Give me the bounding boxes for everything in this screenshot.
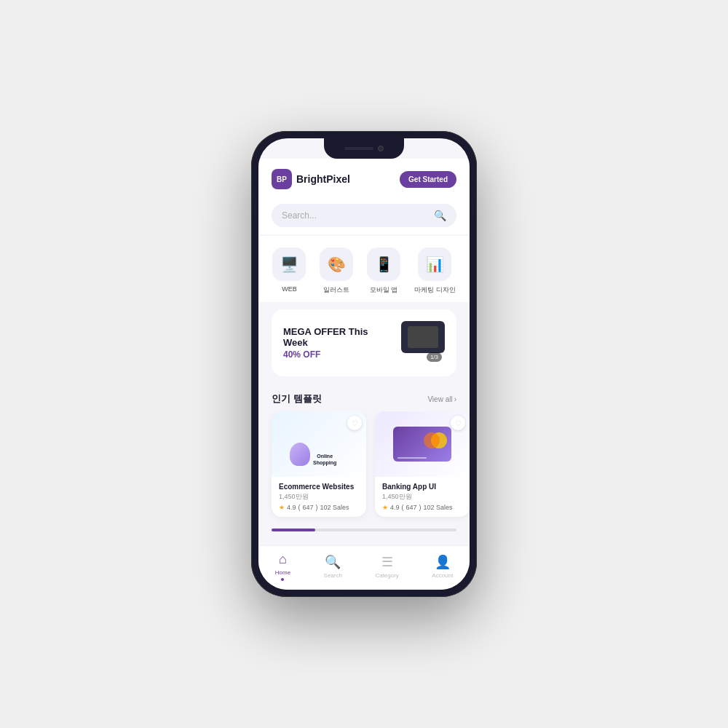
banner-image: 1/3 [389, 321, 445, 365]
banner-img-inner [408, 326, 438, 348]
card-info-banking: Banking App UI 1,450만원 ★ 4.9 (647) 102 S… [375, 477, 470, 517]
category-nav-icon: ☰ [381, 554, 393, 570]
logo-area: BP BrightPixel [272, 169, 350, 189]
scroll-indicator [272, 529, 456, 531]
category-mkt-icon: 📊 [418, 248, 451, 281]
star-icon: ★ [279, 504, 285, 511]
phone-notch [324, 138, 404, 159]
nav-category-label: Category [375, 572, 398, 579]
nav-account-label: Account [432, 572, 453, 579]
card-title-ecommerce: Ecommerce Websites [279, 483, 359, 491]
product-card-ecommerce[interactable]: OnlineShopping ♡ Ecommerce Websites 1,45… [272, 411, 366, 517]
popular-section-header: 인기 템플릿 View all › [258, 384, 470, 411]
banner-img-rect [401, 321, 445, 353]
search-bar[interactable]: Search... 🔍 [272, 204, 456, 227]
phone-frame: BP BrightPixel Get Started Search... 🔍 🖥… [251, 131, 477, 597]
view-all-button[interactable]: View all › [427, 395, 456, 403]
nav-active-dot [281, 578, 284, 581]
app-header: BP BrightPixel Get Started [258, 159, 470, 197]
card-heart-banking[interactable]: ♡ [451, 416, 465, 430]
product-card-banking[interactable]: ♡ Banking App UI 1,450만원 ★ 4.9 (647) 102… [375, 411, 470, 517]
nav-category[interactable]: ☰ Category [375, 554, 398, 579]
search-nav-icon: 🔍 [325, 554, 341, 570]
category-web-icon: 🖥️ [272, 248, 306, 281]
phone-screen: BP BrightPixel Get Started Search... 🔍 🖥… [258, 138, 470, 590]
category-mkt-label: 마케팅 디자인 [414, 285, 456, 295]
scroll-thumb [272, 529, 315, 531]
card-heart-ecommerce[interactable]: ♡ [347, 416, 362, 430]
category-marketing[interactable]: 📊 마케팅 디자인 [414, 248, 456, 295]
nav-search[interactable]: 🔍 Search [324, 554, 342, 579]
category-mobile-icon: 📱 [367, 248, 400, 281]
account-nav-icon: 👤 [435, 554, 451, 570]
category-illustration[interactable]: 🎨 일러스트 [320, 248, 353, 295]
logo-icon: BP [272, 169, 292, 189]
banner-text: MEGA OFFER This Week 40% OFF [283, 326, 389, 360]
card-price-ecommerce: 1,450만원 [279, 492, 359, 502]
home-icon: ⌂ [279, 552, 287, 567]
nav-home[interactable]: ⌂ Home [275, 552, 290, 581]
category-web[interactable]: 🖥️ WEB [272, 248, 306, 295]
search-icon: 🔍 [434, 210, 446, 221]
card-info-ecommerce: Ecommerce Websites 1,450만원 ★ 4.9 (647) 1… [272, 477, 366, 517]
get-started-button[interactable]: Get Started [400, 171, 456, 188]
banner-title: MEGA OFFER This Week [283, 326, 389, 348]
banner-counter: 1/3 [427, 352, 442, 362]
notch-speaker [344, 147, 373, 150]
nav-search-label: Search [324, 572, 342, 579]
nav-account[interactable]: 👤 Account [432, 554, 453, 579]
promo-banner[interactable]: MEGA OFFER This Week 40% OFF 1/3 [272, 309, 456, 376]
search-container: Search... 🔍 [258, 197, 470, 234]
category-mobile[interactable]: 📱 모바일 앱 [367, 248, 400, 295]
search-placeholder: Search... [282, 210, 428, 221]
card-image-banking: ♡ [375, 411, 470, 477]
card-rating-banking: ★ 4.9 (647) 102 Sales [382, 504, 462, 511]
logo-text: BrightPixel [296, 173, 350, 185]
card-rating-ecommerce: ★ 4.9 (647) 102 Sales [279, 504, 359, 511]
bank-circle-2 [424, 432, 440, 448]
screen-content: BP BrightPixel Get Started Search... 🔍 🖥… [258, 138, 470, 545]
category-mobile-label: 모바일 앱 [370, 285, 398, 295]
popular-title: 인기 템플릿 [272, 392, 322, 405]
bottom-navigation: ⌂ Home 🔍 Search ☰ Category 👤 Account [258, 545, 470, 590]
bank-card-mock [393, 427, 451, 462]
category-illus-icon: 🎨 [320, 248, 353, 281]
category-web-label: WEB [282, 285, 297, 293]
card-price-banking: 1,450만원 [382, 492, 462, 502]
card-image-ecommerce: OnlineShopping ♡ [272, 411, 366, 477]
categories-section: 🖥️ WEB 🎨 일러스트 📱 모바일 앱 📊 마케팅 디자인 [258, 236, 470, 302]
star-icon-banking: ★ [382, 504, 388, 511]
nav-home-label: Home [275, 569, 290, 576]
banner-subtitle: 40% OFF [283, 349, 389, 360]
products-row: OnlineShopping ♡ Ecommerce Websites 1,45… [258, 411, 470, 529]
category-illus-label: 일러스트 [323, 285, 349, 295]
card-title-banking: Banking App UI [382, 483, 462, 491]
notch-camera [378, 146, 384, 151]
bank-card-line [397, 457, 427, 459]
